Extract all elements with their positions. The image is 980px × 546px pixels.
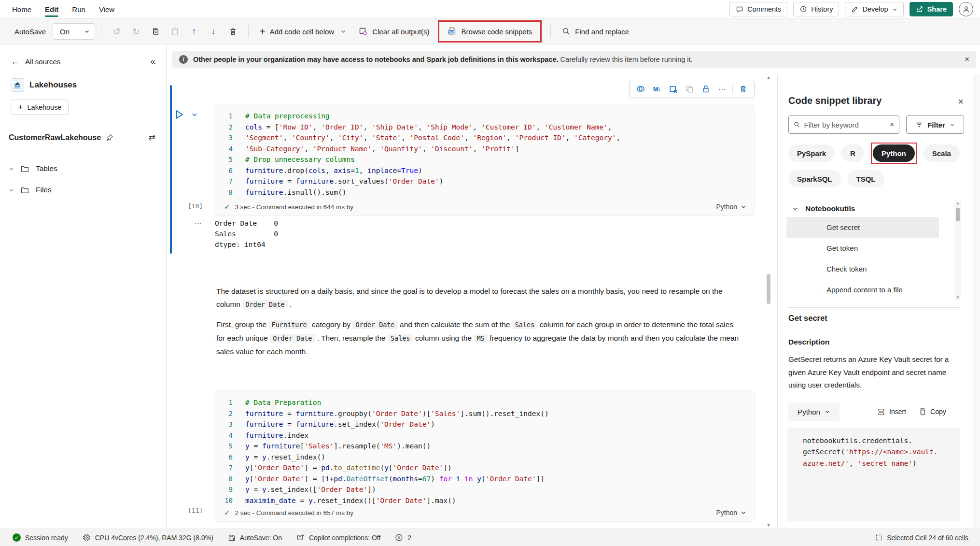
menu-item-run[interactable]: Run bbox=[72, 0, 85, 18]
back-arrow-icon[interactable]: ← bbox=[11, 57, 19, 67]
duplicate-cell-button[interactable] bbox=[684, 83, 696, 95]
comments-button[interactable]: Comments bbox=[729, 2, 787, 16]
preview-language-selector[interactable]: Python bbox=[788, 402, 840, 421]
chip-tsql[interactable]: TSQL bbox=[848, 170, 884, 187]
undo-icon: ↺ bbox=[113, 26, 121, 37]
snippet-item-get-secret[interactable]: Get secret bbox=[786, 217, 939, 238]
cell-code-editor[interactable]: 1# Data Preparation2furniture = furnitur… bbox=[214, 391, 754, 506]
notebook-scrollbar[interactable]: ▲ ▼ bbox=[765, 75, 772, 528]
insert-snippet-button[interactable]: Insert bbox=[877, 408, 906, 416]
banner-close-icon[interactable]: × bbox=[965, 55, 969, 64]
add-code-cell-button[interactable]: + Add code cell below bbox=[254, 22, 339, 41]
code-line: notebookutils.credentials. bbox=[803, 435, 960, 446]
snippet-item-append-content[interactable]: Append content to a file bbox=[786, 279, 939, 300]
panel-scrollbar[interactable] bbox=[974, 74, 980, 529]
error-count[interactable]: 2 bbox=[395, 533, 411, 542]
redo-button[interactable]: ↻ bbox=[126, 22, 146, 41]
markdown-paragraph: First, group the Furniture category by O… bbox=[216, 318, 740, 358]
chevron-down-icon[interactable] bbox=[9, 187, 14, 193]
filter-button[interactable]: Filter bbox=[906, 115, 964, 134]
add-cell-chevron-icon[interactable] bbox=[340, 29, 346, 34]
copilot-status[interactable]: Copilot completions: Off bbox=[296, 533, 380, 542]
line-number: 8 bbox=[214, 475, 233, 483]
browse-snippets-button[interactable]: Browse code snippets bbox=[442, 22, 538, 41]
cell-language-selector[interactable]: Python bbox=[716, 509, 746, 517]
output-text: Order Date 0Sales 0dtype: int64 bbox=[215, 218, 278, 250]
chip-python[interactable]: Python bbox=[873, 144, 915, 162]
all-sources-link[interactable]: All sources bbox=[25, 57, 60, 66]
find-replace-button[interactable]: Find and replace bbox=[557, 22, 634, 41]
history-button[interactable]: History bbox=[793, 2, 839, 16]
menu-item-edit[interactable]: Edit bbox=[45, 0, 58, 18]
avatar[interactable] bbox=[959, 2, 973, 16]
paste-button[interactable] bbox=[165, 22, 184, 41]
undo-button[interactable]: ↺ bbox=[107, 22, 126, 41]
search-icon bbox=[794, 121, 800, 129]
code-cell-1[interactable]: 1# Data preprocessing2cols = ['Row ID', … bbox=[214, 104, 755, 216]
scroll-down-icon[interactable]: ▼ bbox=[954, 295, 961, 300]
chip-r[interactable]: R bbox=[841, 144, 864, 162]
chip-scala[interactable]: Scala bbox=[924, 144, 960, 162]
more-options-button[interactable]: ⋯ bbox=[716, 83, 728, 95]
code-cell-2[interactable]: 1# Data Preparation2furniture = furnitur… bbox=[214, 390, 755, 522]
output-options-icon[interactable]: ⋯ bbox=[195, 218, 202, 250]
inline-code: Order Date bbox=[270, 334, 315, 343]
menu-item-home[interactable]: Home bbox=[12, 0, 31, 18]
code-text: # Drop unnecessary columns bbox=[245, 156, 355, 163]
switch-lakehouse-icon[interactable]: ⇄ bbox=[149, 132, 155, 143]
inline-code: Order Date bbox=[242, 300, 287, 309]
develop-button[interactable]: Develop bbox=[845, 2, 903, 16]
panel-close-icon[interactable]: × bbox=[958, 96, 964, 107]
toolbar-divider bbox=[248, 25, 249, 38]
autosave-status[interactable]: AutoSave: On bbox=[228, 534, 282, 542]
pin-icon[interactable] bbox=[106, 134, 113, 142]
cell-output: ⋯ Order Date 0Sales 0dtype: int64 bbox=[195, 218, 278, 250]
snippet-item-check-token[interactable]: Check token bbox=[786, 259, 939, 279]
scroll-up-icon[interactable]: ▲ bbox=[954, 201, 961, 205]
scrollbar-thumb[interactable] bbox=[956, 208, 960, 221]
chip-pyspark[interactable]: PySpark bbox=[788, 144, 835, 162]
autosave-toggle[interactable]: On bbox=[53, 23, 95, 40]
tree-item-tables[interactable]: Tables bbox=[9, 158, 166, 179]
clear-outputs-button[interactable]: Clear all output(s) bbox=[353, 22, 434, 41]
snippet-filter-input[interactable] bbox=[804, 121, 886, 129]
snippet-list-scrollbar[interactable]: ▲ ▼ bbox=[954, 201, 961, 300]
clear-cell-output-button[interactable] bbox=[667, 83, 680, 95]
run-options-chevron-icon[interactable] bbox=[191, 111, 198, 118]
move-up-button[interactable]: ↑ bbox=[184, 22, 204, 41]
lock-cell-button[interactable] bbox=[700, 83, 712, 95]
share-button[interactable]: Share bbox=[910, 2, 953, 16]
move-down-button[interactable]: ↓ bbox=[204, 22, 223, 41]
delete-cell-button[interactable] bbox=[737, 83, 749, 95]
chevron-down-icon[interactable] bbox=[9, 166, 14, 172]
snippet-item-get-token[interactable]: Get token bbox=[786, 238, 939, 259]
markdown-text: category by bbox=[310, 320, 353, 329]
line-number: 7 bbox=[214, 464, 233, 472]
add-lakehouse-button[interactable]: + Lakehouse bbox=[11, 100, 69, 115]
clear-filter-icon[interactable]: × bbox=[890, 120, 894, 129]
delete-cell-button[interactable] bbox=[223, 22, 242, 41]
menu-item-view[interactable]: View bbox=[99, 0, 114, 18]
snippet-filter-box[interactable]: × bbox=[788, 115, 899, 134]
markdown-cell[interactable]: The dataset is structured on a daily bas… bbox=[216, 285, 740, 358]
insert-icon bbox=[877, 408, 885, 416]
lakehouse-name-row[interactable]: CustomerRawLakehouse ⇄ bbox=[0, 115, 166, 143]
execution-count: [10] bbox=[188, 202, 203, 210]
tree-item-files[interactable]: Files bbox=[9, 179, 166, 201]
scroll-up-icon[interactable]: ▲ bbox=[765, 75, 772, 80]
cell-language-selector[interactable]: Python bbox=[716, 203, 746, 211]
code-line: 3furniture = furniture.set_index('Order … bbox=[214, 419, 754, 430]
scrollbar-thumb[interactable] bbox=[767, 274, 770, 304]
copy-cell-button[interactable] bbox=[146, 22, 165, 41]
cell-code-editor[interactable]: 1# Data preprocessing2cols = ['Row ID', … bbox=[214, 104, 754, 198]
scroll-down-icon[interactable]: ▼ bbox=[765, 523, 772, 528]
resource-usage[interactable]: CPU 4vCores (2.4%), RAM 32G (8.0%) bbox=[83, 533, 213, 542]
snippet-section-header[interactable]: Notebookutils bbox=[792, 204, 855, 213]
chip-sparksql[interactable]: SparkSQL bbox=[788, 170, 841, 187]
copilot-cell-icon[interactable] bbox=[634, 83, 647, 95]
convert-to-markdown-button[interactable]: M↓ bbox=[651, 83, 663, 95]
divider bbox=[732, 84, 733, 94]
copy-snippet-button[interactable]: Copy bbox=[919, 408, 946, 416]
collapse-sidebar-icon[interactable]: « bbox=[150, 56, 155, 67]
run-cell-button[interactable] bbox=[173, 109, 185, 120]
